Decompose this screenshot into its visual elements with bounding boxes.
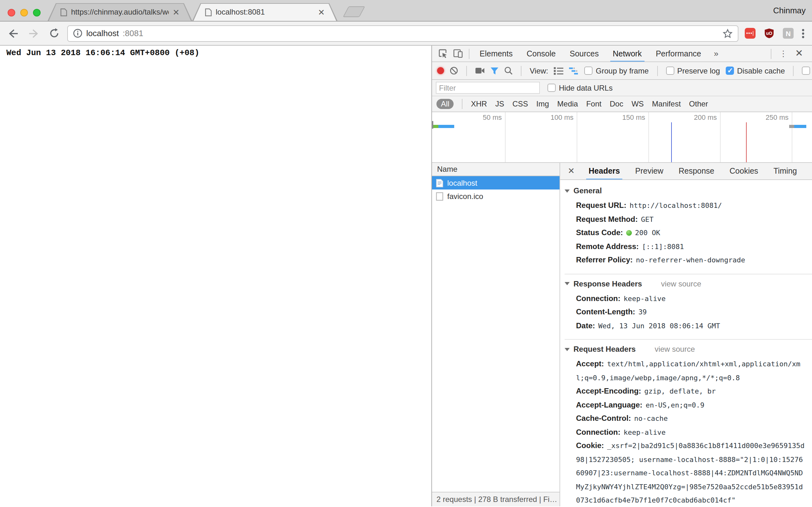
detail-close-icon[interactable]: ✕	[563, 166, 581, 176]
filter-input[interactable]	[436, 82, 540, 94]
type-filter-doc[interactable]: Doc	[610, 100, 623, 108]
devtools-close-icon[interactable]: ✕	[793, 47, 808, 60]
detail-tab-timing[interactable]: Timing	[766, 163, 804, 180]
network-summary-bar: 2 requests | 278 B transferred | Fi…	[432, 492, 560, 506]
type-filter-ws[interactable]: WS	[631, 100, 644, 108]
filter-funnel-icon[interactable]	[490, 67, 499, 74]
type-filter-css[interactable]: CSS	[512, 100, 528, 108]
hide-data-urls-checkbox[interactable]	[548, 83, 556, 92]
header-value: GET	[641, 215, 654, 223]
ublock-extension-icon[interactable]: uO	[764, 28, 774, 39]
tab-close-icon[interactable]: ✕	[318, 8, 325, 16]
request-headers-section-title[interactable]: Request Headers view source	[565, 342, 812, 356]
type-filter-media[interactable]: Media	[557, 100, 578, 108]
tab-console[interactable]: Console	[520, 46, 562, 62]
disable-cache-checkbox[interactable]	[726, 66, 734, 75]
bookmark-star-icon[interactable]	[722, 28, 733, 38]
reload-button[interactable]	[47, 26, 61, 40]
detail-tab-cookies[interactable]: Cookies	[722, 163, 766, 180]
response-headers-rows: Connection:keep-alive Content-Length:39 …	[565, 291, 812, 338]
disable-cache-option[interactable]: Disable cache	[726, 66, 785, 75]
name-column-header[interactable]: Name	[432, 163, 560, 176]
header-key: Remote Address:	[576, 242, 639, 250]
hide-data-urls-option[interactable]: Hide data URLs	[548, 83, 612, 92]
request-row-favicon[interactable]: favicon.ico	[432, 189, 560, 203]
header-value: no-referrer-when-downgrade	[636, 256, 745, 264]
address-bar[interactable]: localhost:8081	[67, 25, 739, 42]
response-headers-section-title[interactable]: Response Headers view source	[565, 277, 812, 291]
type-filter-all[interactable]: All	[437, 99, 454, 109]
tab-localhost-8081[interactable]: localhost:8081 ✕	[192, 3, 338, 21]
use-request-rows-icon[interactable]	[554, 67, 563, 74]
tab-title: localhost:8081	[216, 8, 314, 16]
header-value: Wed, 13 Jun 2018 08:06:14 GMT	[598, 322, 720, 330]
header-row: Request URL:http://localhost:8081/	[576, 199, 807, 213]
status-ok-icon	[626, 230, 632, 236]
zoom-window-button[interactable]	[33, 9, 41, 16]
inspect-element-icon[interactable]	[436, 47, 450, 60]
more-tabs-icon[interactable]: »	[709, 49, 723, 58]
capture-screenshots-icon[interactable]	[475, 67, 485, 74]
type-filter-js[interactable]: JS	[495, 100, 504, 108]
view-source-link[interactable]: view source	[655, 345, 695, 354]
devtools-menu-icon[interactable]: ⋮	[775, 49, 792, 58]
page-info-icon[interactable]	[73, 29, 83, 38]
type-filter-font[interactable]: Font	[586, 100, 601, 108]
forward-button[interactable]	[27, 26, 41, 40]
request-name: localhost	[447, 178, 477, 187]
tab-elements[interactable]: Elements	[473, 46, 519, 62]
network-body: Name localhost favicon.ico	[432, 163, 812, 506]
detail-tab-headers[interactable]: Headers	[581, 163, 628, 180]
device-toolbar-icon[interactable]	[451, 47, 465, 60]
search-icon[interactable]	[504, 66, 513, 75]
header-key: Request Method:	[576, 215, 638, 223]
traffic-lights	[8, 9, 41, 16]
lastpass-extension-icon[interactable]: •••|	[745, 28, 756, 39]
type-filter-img[interactable]: Img	[537, 100, 549, 108]
back-button[interactable]	[6, 26, 20, 40]
detail-tab-preview[interactable]: Preview	[628, 163, 671, 180]
tick-label-200ms: 200 ms	[679, 113, 717, 121]
tab-close-icon[interactable]: ✕	[172, 8, 180, 16]
group-by-frame-option[interactable]: Group by frame	[584, 66, 649, 75]
group-by-frame-checkbox[interactable]	[584, 66, 593, 75]
type-filter-xhr[interactable]: XHR	[471, 100, 487, 108]
request-name: favicon.ico	[447, 192, 483, 201]
network-overview-timeline[interactable]: 50 ms 100 ms 150 ms 200 ms 250 ms	[432, 112, 812, 163]
tick-label-250ms: 250 ms	[751, 113, 789, 121]
network-toolbar: View: Group by frame Preserve log	[432, 62, 812, 80]
overview-bar-localhost-green	[433, 125, 438, 128]
tab-sources[interactable]: Sources	[563, 46, 605, 62]
close-window-button[interactable]	[8, 9, 15, 16]
profile-name[interactable]: Chinmay	[773, 6, 806, 15]
show-overview-icon[interactable]	[569, 67, 578, 74]
preserve-log-option[interactable]: Preserve log	[666, 66, 720, 75]
n-extension-icon[interactable]: N	[783, 28, 794, 39]
clear-network-log-icon[interactable]	[450, 66, 458, 75]
offline-checkbox[interactable]	[802, 66, 810, 75]
type-filter-manifest[interactable]: Manifest	[652, 100, 681, 108]
header-key: Accept-Language:	[576, 400, 642, 409]
overview-bar-favicon-blue	[794, 125, 806, 128]
titlebar: https://chinmay.audio/talks/we ✕ localho…	[0, 0, 812, 21]
minimize-window-button[interactable]	[20, 9, 28, 16]
record-network-log-icon[interactable]	[437, 67, 444, 74]
general-section-title[interactable]: General	[565, 184, 812, 198]
tab-network[interactable]: Network	[606, 46, 648, 62]
header-row: Connection:keep-alive	[576, 426, 807, 439]
type-filter-other[interactable]: Other	[689, 100, 708, 108]
browser-menu-icon[interactable]	[802, 28, 804, 38]
preserve-log-checkbox[interactable]	[666, 66, 674, 75]
request-list: localhost favicon.ico	[432, 176, 560, 492]
detail-tab-response[interactable]: Response	[671, 163, 722, 180]
headers-pane: General Request URL:http://localhost:808…	[560, 180, 812, 506]
header-key: Connection:	[576, 294, 620, 302]
header-row: Status Code:200 OK	[576, 226, 807, 240]
new-tab-button[interactable]	[343, 6, 365, 17]
view-source-link[interactable]: view source	[661, 279, 701, 288]
separator	[657, 66, 658, 76]
header-value: en-US,en;q=0.9	[646, 401, 704, 409]
tab-performance[interactable]: Performance	[649, 46, 707, 62]
request-row-localhost[interactable]: localhost	[432, 176, 560, 189]
tab-chinmay-audio[interactable]: https://chinmay.audio/talks/we ✕	[48, 3, 192, 21]
